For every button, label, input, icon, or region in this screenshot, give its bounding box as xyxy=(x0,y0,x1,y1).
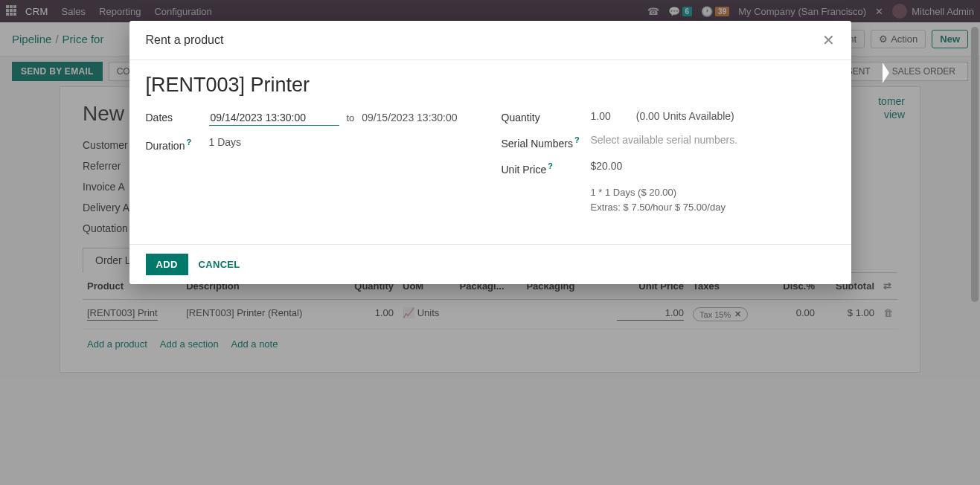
help-serial-icon[interactable]: ? xyxy=(574,135,580,144)
cancel-button[interactable]: CANCEL xyxy=(199,259,240,270)
label-unit-price: Unit Price? xyxy=(502,160,591,176)
price-calc-line: 1 * 1 Days ($ 20.00) xyxy=(591,185,726,200)
quantity-value[interactable]: 1.00 xyxy=(591,110,611,122)
date-from-input[interactable] xyxy=(209,110,339,126)
label-duration: Duration? xyxy=(146,136,209,152)
label-to: to xyxy=(346,112,354,123)
product-heading: [RENT003] Printer xyxy=(146,74,835,97)
duration-value: 1 Days xyxy=(209,136,242,148)
availability-text: (0.00 Units Available) xyxy=(636,110,734,122)
help-duration-icon[interactable]: ? xyxy=(186,138,191,147)
label-serial-numbers: Serial Numbers? xyxy=(502,134,591,150)
modal-title: Rent a product xyxy=(146,33,224,47)
label-dates: Dates xyxy=(146,110,209,123)
add-button[interactable]: ADD xyxy=(146,254,188,275)
label-quantity: Quantity xyxy=(502,110,591,123)
rent-product-modal: Rent a product ✕ [RENT003] Printer Dates… xyxy=(129,21,851,284)
unit-price-value[interactable]: $20.00 xyxy=(591,160,623,172)
price-extras-line: Extras: $ 7.50/hour $ 75.00/day xyxy=(591,200,726,215)
help-unit-price-icon[interactable]: ? xyxy=(548,161,553,170)
serial-placeholder[interactable]: Select available serial numbers. xyxy=(591,134,738,146)
date-to-value[interactable]: 09/15/2023 13:30:00 xyxy=(362,112,457,123)
close-icon[interactable]: ✕ xyxy=(822,31,835,49)
modal-overlay: Rent a product ✕ [RENT003] Printer Dates… xyxy=(0,0,980,485)
